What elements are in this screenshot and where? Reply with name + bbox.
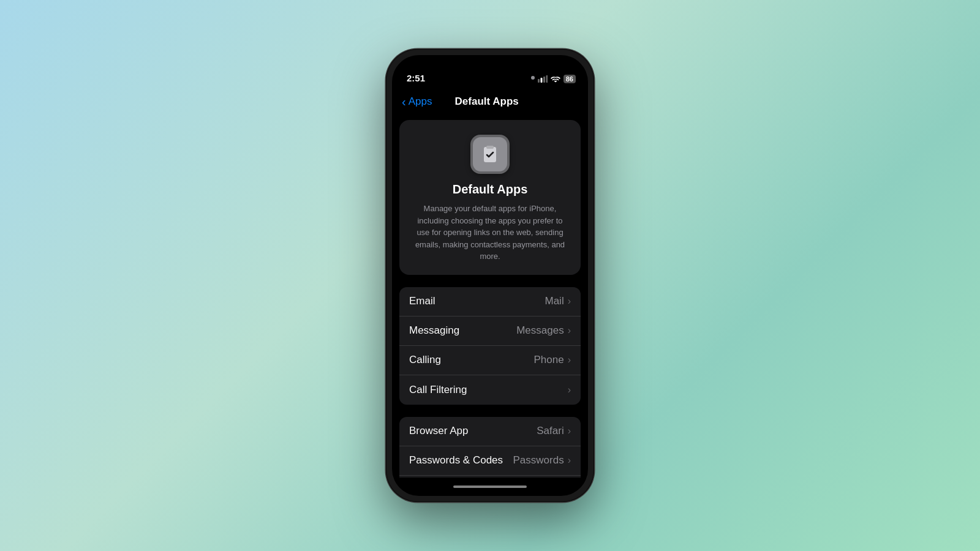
page-title: Default Apps: [432, 96, 541, 108]
email-chevron-icon: ›: [568, 296, 571, 307]
content-area: Default Apps Manage your default apps fo…: [392, 115, 588, 478]
checkmark-clipboard-icon: [480, 144, 500, 164]
passwords-codes-label: Passwords & Codes: [409, 454, 513, 467]
svg-rect-4: [546, 75, 548, 83]
email-row[interactable]: Email Mail ›: [399, 287, 581, 317]
svg-point-0: [531, 76, 535, 80]
email-value: Mail: [545, 295, 564, 307]
wifi-icon: [551, 75, 560, 83]
messaging-row[interactable]: Messaging Messages ›: [399, 317, 581, 346]
mic-icon: [531, 76, 535, 82]
call-filtering-label: Call Filtering: [409, 384, 564, 396]
settings-group-1: Email Mail › Messaging Messages › Callin…: [399, 287, 581, 405]
home-bar: [453, 485, 527, 488]
calling-row[interactable]: Calling Phone ›: [399, 346, 581, 375]
header-title: Default Apps: [412, 182, 568, 197]
back-chevron-icon: ‹: [402, 96, 406, 108]
nav-bar: ‹ Apps Default Apps: [392, 88, 588, 115]
battery-indicator: 86: [564, 75, 576, 83]
messaging-chevron-icon: ›: [568, 325, 571, 336]
svg-rect-6: [486, 146, 494, 149]
phone-device: 2:51 86: [386, 49, 594, 502]
back-button[interactable]: ‹ Apps: [402, 96, 432, 108]
passwords-codes-chevron-icon: ›: [568, 455, 571, 466]
home-indicator: [392, 478, 588, 496]
header-description: Manage your default apps for iPhone, inc…: [412, 203, 568, 263]
calling-value: Phone: [534, 354, 564, 366]
calling-chevron-icon: ›: [568, 354, 571, 365]
svg-rect-2: [540, 78, 542, 83]
signal-icon: [538, 75, 548, 83]
call-filtering-chevron-icon: ›: [568, 384, 571, 395]
passwords-codes-value: Passwords: [513, 454, 564, 467]
svg-rect-1: [538, 79, 540, 83]
browser-app-label: Browser App: [409, 425, 537, 437]
calling-label: Calling: [409, 354, 534, 366]
svg-rect-3: [543, 77, 545, 83]
phone-screen: 2:51 86: [392, 55, 588, 496]
app-icon-container: [470, 135, 510, 174]
back-label: Apps: [409, 96, 432, 108]
settings-group-2: Browser App Safari › Passwords & Codes P…: [399, 417, 581, 478]
passwords-codes-row[interactable]: Passwords & Codes Passwords ›: [399, 446, 581, 476]
browser-app-row[interactable]: Browser App Safari ›: [399, 417, 581, 446]
messaging-label: Messaging: [409, 324, 516, 337]
dynamic-island: [456, 62, 524, 83]
browser-app-value: Safari: [537, 425, 564, 437]
app-icon: [473, 137, 507, 171]
header-card: Default Apps Manage your default apps fo…: [399, 120, 581, 275]
messaging-value: Messages: [516, 324, 564, 337]
email-label: Email: [409, 295, 545, 307]
call-filtering-row[interactable]: Call Filtering ›: [399, 375, 581, 405]
browser-app-chevron-icon: ›: [568, 425, 571, 437]
status-icons: 86: [531, 75, 576, 83]
